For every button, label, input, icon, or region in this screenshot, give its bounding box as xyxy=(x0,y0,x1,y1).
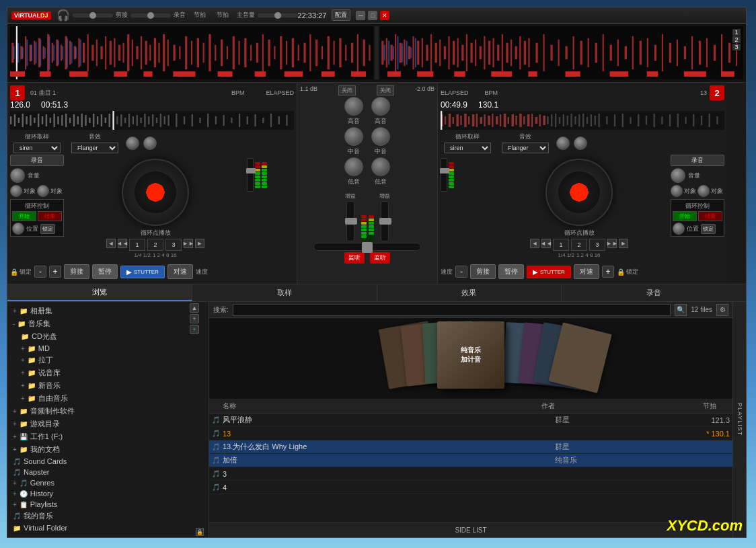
deck1-obj-knob[interactable] xyxy=(10,185,22,197)
track-row-1[interactable]: 🎵 13 * 130.1 xyxy=(209,427,732,440)
eq-high-right-knob[interactable] xyxy=(371,97,390,116)
eq-mid-left-knob[interactable] xyxy=(344,127,363,146)
deck1-obj2-knob[interactable] xyxy=(37,185,49,197)
deck2-normal-btn[interactable]: 对速 xyxy=(574,264,599,279)
eq-low-right-knob[interactable] xyxy=(371,157,390,176)
deck2-gain-fader[interactable] xyxy=(441,158,447,192)
deck2-cue-1[interactable]: 1 xyxy=(553,239,569,251)
deck2-turntable[interactable] xyxy=(545,159,613,226)
deck2-end-btn[interactable]: 结束 xyxy=(698,211,722,221)
deck2-pause-btn[interactable]: 暂停 xyxy=(498,264,524,279)
mixer-close-right[interactable]: 关闭 xyxy=(377,85,394,95)
master-vol-slider[interactable] xyxy=(258,13,298,17)
deck1-pause-btn[interactable]: 暂停 xyxy=(92,264,118,279)
settings-icon-btn[interactable]: ⚙ xyxy=(716,304,728,316)
side-list-button[interactable]: SIDE LIST xyxy=(209,522,732,537)
deck2-minus-speed[interactable]: - xyxy=(455,266,467,278)
deck2-siren-dropdown[interactable]: siren xyxy=(444,143,491,153)
deck1-vol-knob[interactable] xyxy=(10,168,25,183)
gain-left-track[interactable] xyxy=(346,201,354,241)
sidebar-lock-btn[interactable]: 🔒 xyxy=(196,528,204,536)
deck2-obj-knob[interactable] xyxy=(671,185,683,197)
deck2-lock-btn[interactable]: 锁定 xyxy=(701,224,716,234)
deck2-nav-right-btn[interactable]: ►► xyxy=(607,239,617,248)
deck2-knob1[interactable] xyxy=(556,136,570,150)
deck2-plus-speed[interactable]: + xyxy=(602,266,614,278)
deck2-nav-left-btn[interactable]: ◄◄ xyxy=(541,239,551,248)
deck2-record-btn[interactable]: 录音 xyxy=(671,155,724,166)
sidebar-item-lib[interactable]: + 📁 说音库 xyxy=(10,366,206,379)
deck1-play-btn[interactable]: ▶ STUTTER xyxy=(120,266,165,278)
minimize-button[interactable]: ─ xyxy=(356,11,365,20)
waveform-right[interactable]: 1 2 3 xyxy=(380,26,743,79)
track-row-0[interactable]: 🎵 风平浪静 群星 121.3 xyxy=(209,414,732,427)
sidebar-item-new-music[interactable]: + 📁 新音乐 xyxy=(10,379,206,392)
search-icon-btn[interactable]: 🔍 xyxy=(675,304,687,316)
mixer-close-left[interactable]: 关闭 xyxy=(338,85,356,95)
deck1-flanger-dropdown[interactable]: Flanger xyxy=(71,143,118,153)
sidebar-item-cd[interactable]: 📁 CD光盘 xyxy=(10,330,206,343)
sidebar-item-playlists[interactable]: + 📋 Playlists xyxy=(10,499,206,510)
deck2-cue-2[interactable]: 2 xyxy=(571,239,587,251)
deck1-knob2[interactable] xyxy=(143,136,157,150)
deck1-cue-3[interactable]: 3 xyxy=(165,239,182,251)
sidebar-item-latin[interactable]: + 📁 拉丁 xyxy=(10,354,206,366)
deck1-cue-1[interactable]: 1 xyxy=(129,239,145,251)
sidebar-item-md[interactable]: + 📁 MD xyxy=(10,343,206,354)
tab-record[interactable]: 录音 xyxy=(562,284,746,301)
track-row-2[interactable]: 🎵 13.为什么发白 Why Lighe 群星 xyxy=(209,440,732,454)
deck2-pos-knob[interactable] xyxy=(673,223,685,235)
headphone-slider[interactable] xyxy=(73,13,113,17)
deck1-record-btn[interactable]: 录音 xyxy=(10,155,64,166)
deck1-next-btn[interactable]: ► xyxy=(195,239,204,248)
config-button[interactable]: 配置 xyxy=(332,9,350,21)
deck1-pos-knob[interactable] xyxy=(12,223,24,235)
sidebar-expand-btn[interactable]: + xyxy=(190,314,199,323)
track-row-3[interactable]: 🎵 加倍 纯音乐 xyxy=(209,454,732,467)
eq-high-left-knob[interactable] xyxy=(344,97,363,116)
sidebar-item-audio-sw[interactable]: + 📁 音频制作软件 xyxy=(10,405,206,418)
track-row-5[interactable]: 🎵 4 xyxy=(209,481,732,494)
deck1-start-btn[interactable]: 开始 xyxy=(12,211,36,221)
cut-slider[interactable] xyxy=(130,13,171,17)
eq-mid-right-knob[interactable] xyxy=(371,127,390,146)
deck2-play-btn[interactable]: ▶ STUTTER xyxy=(527,266,571,278)
deck2-cut-btn[interactable]: 剪接 xyxy=(470,264,496,279)
sidebar-item-free-music[interactable]: + 📁 自由音乐 xyxy=(10,392,206,405)
deck1-cue-2[interactable]: 2 xyxy=(147,239,163,251)
deck2-waveform[interactable] xyxy=(441,111,724,130)
deck1-minus-speed[interactable]: - xyxy=(34,266,46,278)
deck1-siren-dropdown[interactable]: siren xyxy=(13,143,61,153)
deck1-plus-speed[interactable]: + xyxy=(49,266,61,278)
deck1-lock-btn[interactable]: 锁定 xyxy=(40,224,55,234)
deck1-prev-btn[interactable]: ◄ xyxy=(106,239,116,248)
deck1-nav-left-btn[interactable]: ◄◄ xyxy=(118,239,127,248)
track-row-4[interactable]: 🎵 3 xyxy=(209,467,732,481)
crossfader[interactable] xyxy=(313,243,421,251)
sidebar-item-history[interactable]: + 🕐 History xyxy=(10,488,206,499)
sidebar-item-music[interactable]: - 📁 音乐集 xyxy=(10,317,206,330)
deck2-obj2-knob[interactable] xyxy=(697,185,710,197)
deck2-vol-knob[interactable] xyxy=(671,168,685,183)
search-input[interactable] xyxy=(233,304,671,316)
sidebar-item-genres[interactable]: + 🎵 Genres xyxy=(10,477,206,488)
deck1-knob1[interactable] xyxy=(126,136,139,150)
deck1-waveform[interactable] xyxy=(10,111,294,130)
monitor-left-btn[interactable]: 监听 xyxy=(344,252,365,264)
tab-browse[interactable]: 浏览 xyxy=(7,284,192,301)
sidebar-add-btn[interactable]: + xyxy=(190,325,199,334)
sidebar-item-my-docs[interactable]: + 📁 我的文档 xyxy=(10,443,206,456)
eq-low-left-knob[interactable] xyxy=(344,157,363,176)
monitor-right-btn[interactable]: 监听 xyxy=(370,252,390,264)
deck1-end-btn[interactable]: 结束 xyxy=(38,211,62,221)
sidebar-item-work[interactable]: + 💾 工作1 (F:) xyxy=(10,430,206,443)
sidebar-item-my-music[interactable]: 🎵 我的音乐 xyxy=(10,510,206,522)
close-button[interactable]: ✕ xyxy=(380,11,389,20)
deck1-cut-btn[interactable]: 剪接 xyxy=(64,264,89,279)
sidebar-item-album[interactable]: + 📁 相册集 xyxy=(10,305,206,317)
deck2-prev-btn[interactable]: ◄ xyxy=(530,239,539,248)
gain-right-track[interactable] xyxy=(381,201,389,241)
deck2-start-btn[interactable]: 开始 xyxy=(673,211,697,221)
sidebar-item-games[interactable]: + 📁 游戏目录 xyxy=(10,418,206,430)
deck1-normal-btn[interactable]: 对速 xyxy=(167,264,193,279)
